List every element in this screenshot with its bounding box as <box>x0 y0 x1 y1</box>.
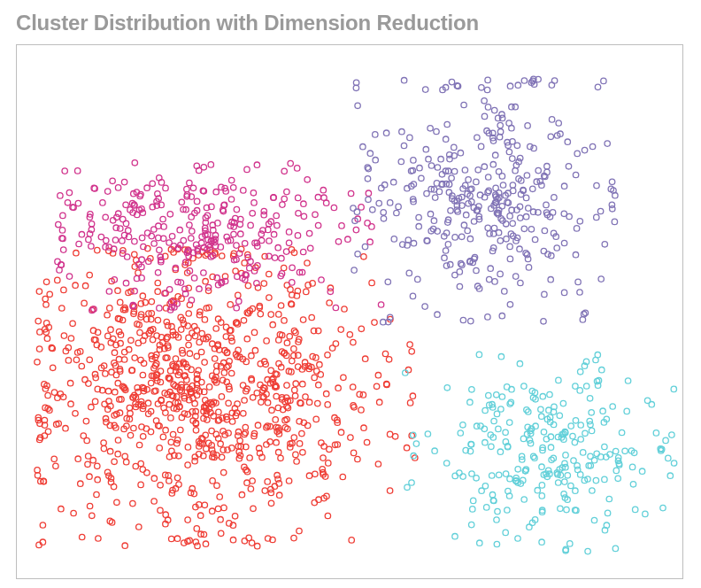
svg-point-1423 <box>435 312 440 317</box>
svg-point-1692 <box>496 426 501 431</box>
svg-point-1507 <box>407 135 412 140</box>
svg-point-1224 <box>451 168 457 174</box>
svg-point-469 <box>306 399 312 405</box>
svg-point-1024 <box>324 200 329 205</box>
svg-point-1380 <box>513 274 519 279</box>
svg-point-1829 <box>667 473 673 478</box>
svg-point-1297 <box>428 163 434 168</box>
svg-point-896 <box>81 433 86 438</box>
svg-point-843 <box>138 460 143 466</box>
svg-point-242 <box>114 499 119 505</box>
svg-point-541 <box>223 334 228 339</box>
svg-point-1379 <box>438 157 443 162</box>
svg-point-1271 <box>411 241 416 246</box>
svg-point-238 <box>326 460 331 466</box>
svg-point-648 <box>338 327 343 332</box>
svg-point-1358 <box>448 208 453 213</box>
svg-point-1164 <box>236 298 242 304</box>
svg-point-59 <box>312 471 318 476</box>
svg-point-139 <box>250 478 255 484</box>
svg-point-1120 <box>296 195 301 200</box>
svg-point-1824 <box>539 493 544 499</box>
svg-point-1067 <box>275 245 281 251</box>
svg-point-1362 <box>521 78 527 83</box>
svg-point-1013 <box>306 230 312 236</box>
svg-point-371 <box>157 445 162 451</box>
svg-point-1419 <box>464 213 469 218</box>
svg-point-1740 <box>495 508 500 514</box>
svg-point-1835 <box>613 468 619 473</box>
svg-point-598 <box>163 428 168 433</box>
svg-point-698 <box>215 506 220 511</box>
svg-point-1074 <box>75 168 81 174</box>
svg-point-497 <box>303 394 308 399</box>
svg-point-1594 <box>444 385 450 391</box>
svg-point-1756 <box>573 488 578 493</box>
svg-point-1491 <box>512 104 518 110</box>
svg-point-1452 <box>406 270 412 275</box>
svg-point-825 <box>86 453 91 459</box>
svg-point-1390 <box>551 195 557 200</box>
svg-point-1538 <box>443 136 449 142</box>
svg-point-1037 <box>177 228 182 233</box>
svg-point-66 <box>221 370 227 375</box>
svg-point-64 <box>358 407 364 413</box>
svg-point-908 <box>150 181 155 186</box>
svg-point-1277 <box>504 221 509 227</box>
svg-point-1683 <box>565 473 570 478</box>
svg-point-1557 <box>497 129 503 135</box>
svg-point-262 <box>102 401 107 406</box>
svg-point-607 <box>265 479 270 484</box>
svg-point-869 <box>268 312 273 317</box>
svg-point-603 <box>87 357 92 362</box>
svg-point-1392 <box>518 280 523 285</box>
svg-point-1073 <box>163 185 168 190</box>
svg-point-1769 <box>497 472 502 477</box>
svg-point-1301 <box>481 164 487 169</box>
svg-point-1239 <box>507 83 512 89</box>
svg-point-626 <box>236 449 242 454</box>
svg-point-1427 <box>554 245 559 251</box>
svg-point-994 <box>258 237 264 243</box>
svg-point-1210 <box>110 178 115 183</box>
svg-point-1621 <box>452 534 458 539</box>
svg-point-886 <box>244 337 250 342</box>
svg-point-1815 <box>515 467 520 472</box>
svg-point-1199 <box>104 237 109 243</box>
svg-point-1648 <box>599 368 605 373</box>
svg-point-1519 <box>355 251 360 257</box>
svg-point-1585 <box>630 482 636 487</box>
svg-point-1006 <box>258 231 264 236</box>
svg-point-1233 <box>459 234 465 239</box>
svg-point-804 <box>273 417 278 422</box>
svg-point-1336 <box>416 224 421 229</box>
svg-point-897 <box>45 392 50 398</box>
svg-point-173 <box>116 357 121 362</box>
svg-point-629 <box>276 312 281 317</box>
svg-point-1709 <box>556 480 561 485</box>
svg-point-893 <box>36 542 42 547</box>
svg-point-1496 <box>433 195 438 200</box>
svg-point-1367 <box>492 279 497 284</box>
svg-point-1686 <box>578 422 583 428</box>
svg-point-301 <box>361 425 366 430</box>
svg-point-332 <box>409 349 414 354</box>
svg-point-1771 <box>469 387 474 392</box>
svg-point-785 <box>235 429 241 435</box>
svg-point-559 <box>221 505 227 510</box>
svg-point-592 <box>224 364 229 369</box>
svg-point-996 <box>151 241 157 246</box>
svg-point-216 <box>239 492 244 498</box>
svg-point-30 <box>158 507 163 513</box>
svg-point-1283 <box>481 98 487 104</box>
svg-point-333 <box>55 395 60 400</box>
svg-point-1688 <box>589 428 594 433</box>
svg-point-387 <box>315 400 320 406</box>
svg-point-1116 <box>250 190 256 196</box>
svg-point-583 <box>192 459 197 464</box>
svg-point-1240 <box>518 215 523 220</box>
svg-point-441 <box>40 522 45 528</box>
svg-point-1372 <box>573 252 578 258</box>
svg-point-237 <box>281 318 287 323</box>
svg-point-647 <box>361 254 366 259</box>
